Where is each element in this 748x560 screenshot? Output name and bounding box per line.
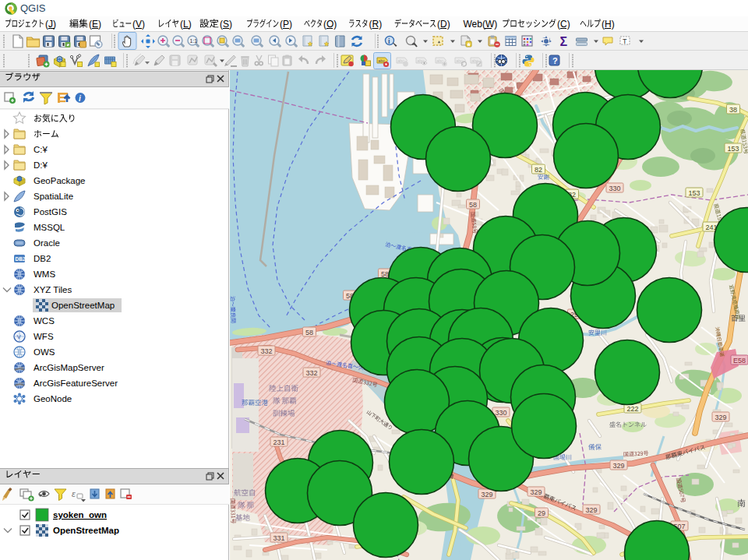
svg-text:332: 332 [260, 347, 272, 355]
svg-text:V: V [17, 333, 22, 340]
svg-text:WMS: WMS [34, 269, 55, 279]
svg-text:329: 329 [530, 488, 542, 496]
svg-text:82: 82 [535, 166, 542, 174]
svg-text:?: ? [552, 56, 558, 65]
svg-text:329: 329 [585, 506, 597, 514]
svg-text:(O): (O) [323, 19, 337, 30]
svg-text:(V): (V) [132, 19, 145, 30]
svg-text:WFS: WFS [34, 332, 54, 341]
svg-text:329: 329 [714, 414, 726, 421]
svg-text:(C): (C) [557, 19, 570, 30]
svg-text:GeoNode: GeoNode [34, 394, 72, 403]
svg-text:ε: ε [72, 489, 76, 498]
svg-text:E58: E58 [733, 357, 746, 365]
svg-text:(L): (L) [180, 19, 192, 30]
svg-text:C:¥: C:¥ [34, 145, 48, 154]
svg-text:DB2: DB2 [34, 254, 51, 263]
svg-text:MSSQL: MSSQL [34, 223, 65, 232]
svg-text:329: 329 [612, 462, 624, 470]
svg-text:SpatiaLite: SpatiaLite [34, 192, 73, 201]
svg-text:(D): (D) [437, 19, 450, 30]
svg-text:58: 58 [469, 201, 477, 209]
svg-text:PostGIS: PostGIS [34, 207, 67, 217]
svg-text:222: 222 [626, 405, 638, 413]
svg-text:231: 231 [273, 438, 284, 446]
svg-text:XYZ Tiles: XYZ Tiles [34, 285, 72, 294]
svg-text:(R): (R) [369, 19, 383, 30]
svg-text:331: 331 [273, 534, 284, 542]
svg-text:i: i [79, 94, 81, 103]
svg-text:329: 329 [481, 491, 492, 498]
svg-text:(H): (H) [602, 19, 615, 30]
svg-text:OpenStreetMap: OpenStreetMap [53, 526, 119, 535]
svg-text:Σ: Σ [560, 35, 568, 48]
svg-text:332: 332 [305, 369, 317, 377]
svg-text:153: 153 [727, 145, 739, 153]
svg-text:ArcGisMapServer: ArcGisMapServer [34, 363, 104, 372]
svg-text:(J): (J) [45, 19, 56, 30]
svg-text:330: 330 [495, 409, 506, 417]
svg-text:OpenStreetMap: OpenStreetMap [51, 301, 115, 310]
svg-text:29: 29 [538, 509, 545, 517]
svg-text:D:¥: D:¥ [34, 160, 48, 170]
svg-text:WCS: WCS [34, 316, 55, 326]
svg-text:(P): (P) [280, 19, 292, 30]
svg-text:Oracle: Oracle [34, 238, 60, 248]
svg-text:DB2: DB2 [16, 256, 26, 262]
svg-text:T: T [623, 37, 627, 45]
svg-text:OWS: OWS [34, 347, 55, 357]
svg-text:(S): (S) [220, 19, 232, 30]
svg-text:1:1: 1:1 [190, 38, 198, 44]
svg-text:330: 330 [609, 185, 620, 192]
svg-text:Web(W): Web(W) [464, 19, 498, 30]
svg-text:(E): (E) [89, 19, 101, 30]
svg-text:38: 38 [729, 106, 737, 114]
svg-text:i: i [388, 37, 390, 45]
svg-text:153: 153 [688, 189, 700, 197]
svg-text:58: 58 [381, 270, 389, 278]
svg-text:syoken_own: syoken_own [53, 510, 107, 519]
svg-text:GeoPackage: GeoPackage [34, 176, 86, 185]
svg-text:ArcGisFeatureServer: ArcGisFeatureServer [34, 379, 118, 388]
svg-text:58: 58 [305, 329, 313, 336]
